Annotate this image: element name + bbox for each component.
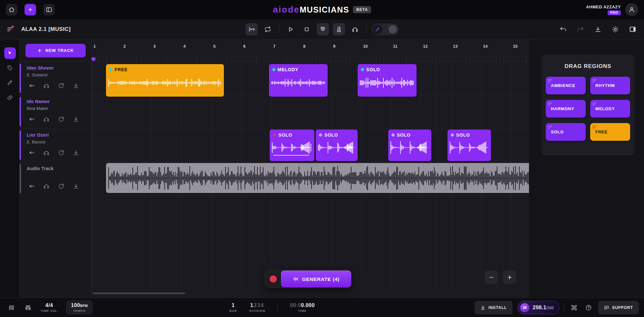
track-list: Idan ShneorE. GuitaristIdo NamerBeat Mak…	[20, 62, 91, 196]
drag-regions-panel: DRAG REGIONS AMBIENCERHYTHMHARMONYMELODY…	[529, 40, 644, 298]
undo-button[interactable]	[557, 23, 569, 35]
ruler-bar-label: 3	[153, 44, 156, 49]
plus-icon	[37, 48, 42, 53]
track-lanes[interactable]: FREEMELODYSOLOSOLOSOLOSOLOSOLO	[91, 62, 529, 292]
avatar[interactable]	[625, 3, 638, 16]
stop-button[interactable]	[301, 23, 313, 35]
draw-mode-toggle[interactable]	[372, 24, 399, 35]
drag-regions-card: DRAG REGIONS AMBIENCERHYTHMHARMONYMELODY…	[541, 55, 635, 155]
clip-melody[interactable]: MELODY	[269, 64, 328, 97]
track-header-lior-ozeri[interactable]: Lior OzeriE. Bassist	[20, 129, 91, 162]
track-regenerate-button[interactable]	[57, 82, 65, 90]
home-button[interactable]	[6, 4, 17, 15]
drag-region-ambience[interactable]: AMBIENCE	[546, 77, 586, 94]
clip-label: SOLO	[324, 132, 338, 138]
chat-icon	[604, 305, 609, 310]
record-button[interactable]	[270, 275, 277, 283]
metronome-button[interactable]	[333, 23, 345, 35]
track-mute-button[interactable]	[27, 115, 36, 123]
drag-region-label: MELODY	[595, 106, 615, 111]
track-download-button[interactable]	[72, 82, 80, 90]
playhead-marker[interactable]	[91, 57, 95, 62]
track-monitor-button[interactable]	[42, 82, 51, 90]
drag-region-label: AMBIENCE	[551, 83, 575, 88]
draw-tool-button[interactable]	[4, 77, 16, 88]
export-download-button[interactable]	[592, 23, 604, 35]
follow-playhead-button[interactable]	[245, 23, 258, 35]
clip-solo[interactable]: SOLO	[358, 64, 417, 97]
track-header-audio-track[interactable]: Audio Track	[20, 162, 91, 196]
horizontal-scrollbar[interactable]	[92, 293, 185, 294]
ruler-bar-label: 1	[93, 44, 96, 49]
install-button[interactable]: INSTALL	[475, 301, 513, 314]
shortcuts-button[interactable]	[569, 303, 579, 312]
track-mute-button[interactable]	[27, 182, 36, 190]
monitor-headphones-button[interactable]	[349, 23, 361, 35]
track-download-button[interactable]	[72, 115, 80, 123]
track-monitor-button[interactable]	[42, 149, 51, 157]
track-monitor-button[interactable]	[42, 182, 51, 190]
main-content: NEW TRACK Idan ShneorE. GuitaristIdo Nam…	[0, 40, 644, 298]
division-value: 1234	[250, 303, 264, 308]
add-button[interactable]	[24, 4, 36, 15]
ruler-bar-label: 6	[243, 44, 245, 49]
loop-button[interactable]	[262, 23, 274, 35]
snap-magnet-button[interactable]	[317, 23, 329, 35]
track-regenerate-button[interactable]	[57, 149, 65, 157]
track-header-idan-shneor[interactable]: Idan ShneorE. Guitarist	[20, 62, 91, 95]
ruler[interactable]: 123456789101112131415	[91, 40, 529, 62]
headphones-icon	[43, 116, 50, 122]
track-download-button[interactable]	[72, 149, 80, 157]
drag-region-harmony[interactable]: HARMONY	[546, 100, 586, 118]
toolbar-divider	[366, 25, 367, 34]
drag-dots-icon	[548, 102, 552, 106]
drag-dots-icon	[548, 125, 552, 130]
track-regenerate-button[interactable]	[57, 182, 65, 190]
clip-solo[interactable]: SOLO	[316, 130, 358, 161]
play-button[interactable]	[284, 23, 297, 35]
track-mute-button[interactable]	[27, 149, 36, 157]
drag-region-free[interactable]: FREE	[590, 123, 630, 141]
redo-button[interactable]	[574, 23, 587, 35]
generate-button[interactable]: GENERATE (4)	[281, 271, 351, 287]
mixer-button[interactable]	[24, 303, 32, 312]
help-button[interactable]	[584, 303, 593, 312]
tempo-block[interactable]: 100BPM TEMPO	[66, 301, 92, 314]
clip-solo[interactable]: SOLO	[270, 130, 314, 161]
select-tool-button[interactable]	[4, 47, 16, 59]
settings-button[interactable]	[609, 23, 621, 35]
drag-region-rhythm[interactable]: RHYTHM	[590, 77, 630, 94]
clip-header: SOLO	[391, 132, 411, 138]
right-panel-toggle-button[interactable]	[627, 23, 639, 35]
clip-solo[interactable]: SOLO	[447, 130, 491, 161]
support-button[interactable]: SUPPORT	[598, 301, 639, 314]
zoom-out-button[interactable]	[485, 271, 498, 284]
clip-solo[interactable]: SOLO	[388, 130, 431, 161]
bar-label: BAR	[229, 309, 237, 312]
drag-region-melody[interactable]: MELODY	[590, 100, 630, 118]
project-menu-button[interactable]	[5, 24, 15, 35]
track-accent-bar	[20, 97, 21, 126]
piano-keys-button[interactable]	[7, 303, 15, 312]
toolbar-divider	[279, 25, 279, 34]
clip-free[interactable]: FREE	[106, 64, 224, 97]
track-monitor-button[interactable]	[42, 115, 51, 123]
label-tool-button[interactable]	[4, 62, 16, 74]
time-signature-block[interactable]: 4/4 TIME SIG.	[41, 303, 58, 312]
track-header-ido-namer[interactable]: Ido NamerBeat Maker	[20, 95, 91, 129]
zoom-in-button[interactable]	[503, 271, 516, 284]
tool-rail	[0, 40, 20, 298]
clip-label: SOLO	[278, 132, 292, 138]
track-regenerate-button[interactable]	[57, 115, 65, 123]
ruler-bar-label: 15	[513, 44, 517, 49]
credits-pill[interactable]: M 298.1/300	[517, 301, 559, 314]
drag-region-solo[interactable]: SOLO	[546, 123, 586, 141]
track-download-button[interactable]	[72, 182, 80, 190]
refresh-icon	[58, 149, 64, 156]
track-mute-button[interactable]	[27, 82, 36, 90]
new-track-button[interactable]: NEW TRACK	[25, 44, 86, 57]
timeline: 123456789101112131415 FREEMELODYSOLOSOLO…	[91, 40, 529, 298]
audio-clip[interactable]	[106, 163, 529, 193]
left-panel-toggle-button[interactable]	[43, 4, 55, 15]
erase-tool-button[interactable]	[4, 92, 16, 103]
